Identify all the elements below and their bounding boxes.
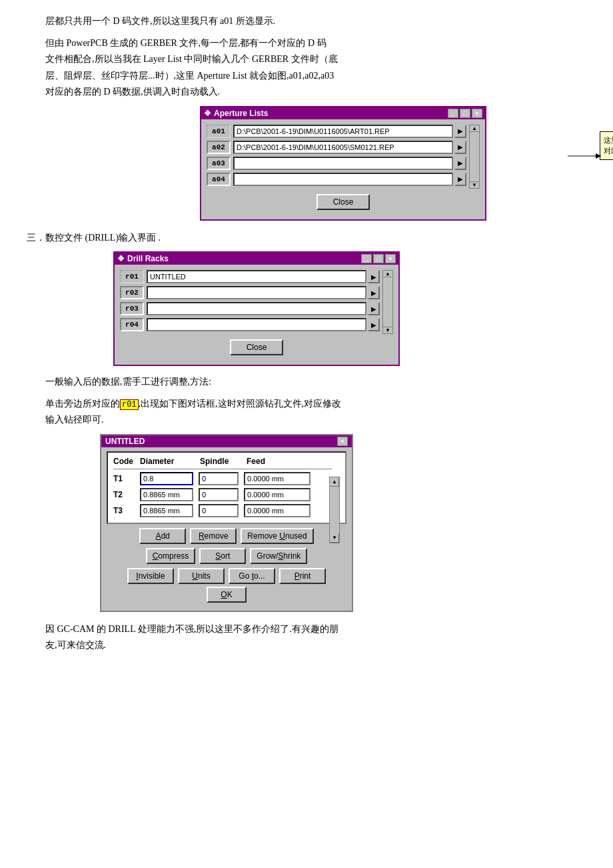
callout-text: 这里就是,每一层文件,都对应着一个 D 码文件。 (604, 136, 613, 155)
input-a04[interactable] (233, 173, 453, 186)
arrow-btn-r02[interactable]: ▶ (368, 286, 380, 299)
drill-dialog: ❖ Drill Racks _ □ × r01 ▶ r02 ▶ (113, 251, 400, 366)
cell-diameter-t1[interactable] (140, 472, 193, 485)
cell-spindle-t2[interactable] (199, 488, 239, 501)
input-r04[interactable] (147, 318, 366, 331)
drill-close-row: Close (120, 339, 393, 355)
ok-btn-row: OK (107, 587, 346, 603)
untitled-titlebar: UNTITLED × (101, 435, 352, 447)
aperture-title: Aperture Lists (214, 109, 268, 118)
aperture-scrollbar[interactable]: ▲ ▼ (469, 125, 480, 189)
section3-text: 三．数控文件 (DRILL)输入界面 . (27, 233, 161, 243)
aperture-row-a04: a04 ▶ (207, 173, 466, 186)
drill-scroll-up[interactable]: ▲ (383, 271, 392, 277)
goto-button[interactable]: Go to... (229, 568, 275, 584)
aperture-body: a01 ▶ a02 ▶ a03 ▶ (201, 119, 485, 219)
cell-code-t3: T3 (113, 506, 140, 515)
cell-feed-t2[interactable] (244, 488, 310, 501)
arrow-btn-r04[interactable]: ▶ (368, 318, 380, 331)
close-btn[interactable]: × (472, 109, 482, 118)
desc-text2-3: 输入钻径即可. (45, 415, 104, 425)
maximize-btn[interactable]: □ (460, 109, 470, 118)
drill-body: r01 ▶ r02 ▶ r03 ▶ r04 ▶ (115, 265, 398, 365)
scroll-down[interactable]: ▼ (470, 181, 479, 188)
drill-maximize-btn[interactable]: □ (373, 254, 384, 263)
input-r01[interactable] (147, 270, 366, 283)
remove-unused-button[interactable]: Remove Unused (241, 528, 313, 544)
drill-minimize-btn[interactable]: _ (361, 254, 372, 263)
input-r03[interactable] (147, 302, 366, 315)
input-r02[interactable] (147, 286, 366, 299)
cell-spindle-t3[interactable] (199, 504, 239, 517)
untitled-close-x[interactable]: × (337, 437, 348, 446)
drill-close-btn[interactable]: × (385, 254, 396, 263)
drill-scrollbar[interactable]: ▲ ▼ (382, 270, 393, 334)
label-a03: a03 (207, 157, 231, 170)
add-button[interactable]: Add (139, 528, 186, 544)
table-scrollbar[interactable]: ▲ ▼ (329, 477, 340, 543)
drill-titlebar-controls: _ □ × (361, 254, 396, 263)
desc-para2: 单击旁边所对应的r01,出现如下图对话框,这时对照源钻孔文件,对应修改 输入钻径… (27, 396, 586, 429)
minimize-btn[interactable]: _ (448, 109, 458, 118)
input-a03[interactable] (233, 157, 453, 170)
arrow-btn-a01[interactable]: ▶ (454, 125, 466, 138)
button-row-1: Add Remove Remove Unused (107, 528, 346, 544)
ok-button[interactable]: OK (207, 587, 247, 603)
print-button[interactable]: Print (279, 568, 326, 584)
table-row-t2: T2 (113, 488, 332, 501)
sort-button[interactable]: Sort (199, 548, 246, 564)
arrow-btn-a04[interactable]: ▶ (454, 173, 466, 186)
aperture-titlebar: ❖ Aperture Lists _ □ × (201, 107, 485, 119)
input-a02[interactable] (233, 141, 453, 154)
drill-close-button[interactable]: Close (230, 339, 283, 355)
aperture-rows: a01 ▶ a02 ▶ a03 ▶ (207, 125, 466, 189)
cell-diameter-t3[interactable] (140, 504, 193, 517)
scroll-up[interactable]: ▲ (470, 125, 479, 132)
desc-text2-2: ,出现如下图对话框,这时对照源钻孔文件,对应修改 (139, 399, 342, 409)
aperture-close-button[interactable]: Close (316, 194, 370, 210)
arrow-btn-r01[interactable]: ▶ (368, 270, 380, 283)
arrow-btn-a03[interactable]: ▶ (454, 157, 466, 170)
col-header-code: Code (113, 457, 140, 466)
input-a01[interactable] (233, 125, 453, 138)
drill-rows: r01 ▶ r02 ▶ r03 ▶ r04 ▶ (120, 270, 380, 334)
invisible-button[interactable]: Invisible (127, 568, 174, 584)
button-row-2: Compress Sort Grow/Shrink (107, 548, 346, 564)
section3-heading: 三．数控文件 (DRILL)输入界面 . (27, 230, 586, 247)
aperture-row-a01: a01 ▶ (207, 125, 466, 138)
table-scroll-down[interactable]: ▼ (330, 533, 339, 543)
label-a02: a02 (207, 141, 231, 154)
col-header-feed: Feed (247, 457, 320, 466)
label-r03: r03 (120, 302, 144, 315)
drill-table-area: Code Diameter Spindle Feed T1 T2 T3 (107, 451, 346, 524)
svg-marker-1 (596, 153, 601, 159)
drill-scroll-down[interactable]: ▼ (383, 327, 392, 333)
label-r01: r01 (120, 270, 144, 283)
table-scroll-up[interactable]: ▲ (330, 477, 339, 487)
intro-para2: 但由 PowerPCB 生成的 GERBER 文件,每一个层,都有一个对应的 D… (27, 35, 586, 101)
aperture-row-a02: a02 ▶ (207, 141, 466, 154)
units-button[interactable]: Units (178, 568, 225, 584)
cell-code-t1: T1 (113, 474, 140, 483)
arrow-btn-r03[interactable]: ▶ (368, 302, 380, 315)
cell-diameter-t2[interactable] (140, 488, 193, 501)
label-r02: r02 (120, 286, 144, 299)
table-header: Code Diameter Spindle Feed (113, 455, 332, 469)
table-row-t3: T3 (113, 504, 332, 517)
grow-shrink-button[interactable]: Grow/Shrink (250, 548, 307, 564)
compress-button[interactable]: Compress (146, 548, 196, 564)
remove-button[interactable]: Remove (190, 528, 237, 544)
intro-text2-1: 但由 PowerPCB 生成的 GERBER 文件,每一个层,都有一个对应的 D… (45, 38, 326, 48)
cell-feed-t3[interactable] (244, 504, 310, 517)
drill-titlebar-icon: ❖ (117, 254, 125, 263)
cell-feed-t1[interactable] (244, 472, 310, 485)
aperture-row-a03: a03 ▶ (207, 157, 466, 170)
drill-row-r02: r02 ▶ (120, 286, 380, 299)
cell-spindle-t1[interactable] (199, 472, 239, 485)
callout-box: 这里就是,每一层文件,都对应着一个 D 码文件。 (600, 131, 613, 160)
untitled-body: Code Diameter Spindle Feed T1 T2 T3 (101, 447, 352, 611)
desc-text1: 一般输入后的数据,需手工进行调整,方法: (45, 377, 211, 387)
arrow-btn-a02[interactable]: ▶ (454, 141, 466, 154)
untitled-title: UNTITLED (105, 437, 145, 446)
aperture-titlebar-icon: ❖ (204, 109, 211, 118)
